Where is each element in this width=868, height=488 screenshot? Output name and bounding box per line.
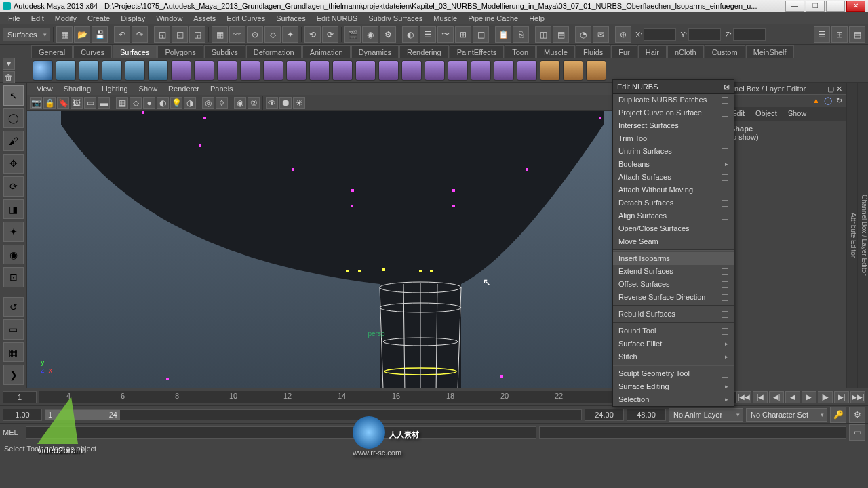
menu-edit[interactable]: Edit	[26, 12, 50, 24]
help-icon[interactable]: ◔	[575, 26, 591, 43]
shelf-tab-meinshelf[interactable]: MeinShelf	[746, 45, 794, 58]
menu-edit-curves[interactable]: Edit Curves	[221, 12, 271, 24]
ipr-render-icon[interactable]: ◉	[362, 26, 378, 43]
module-selector[interactable]: Surfaces	[3, 28, 50, 41]
four-view-layout[interactable]: ▦	[3, 342, 24, 363]
nurbs-cylinder-icon[interactable]	[79, 60, 99, 81]
lock-camera-icon[interactable]: 🔒	[43, 97, 56, 109]
start-frame-display[interactable]: 1	[3, 391, 37, 403]
attach-icon[interactable]	[471, 60, 491, 81]
option-box-icon[interactable]	[722, 123, 728, 129]
grid-toggle-icon[interactable]: ▦	[116, 97, 128, 109]
bevel-icon[interactable]	[332, 60, 353, 81]
snap-point-icon[interactable]: ⊙	[247, 26, 263, 43]
menu-pipeline-cache[interactable]: Pipeline Cache	[462, 12, 524, 24]
redo-icon[interactable]: ↷	[132, 26, 148, 43]
control-vertex[interactable]	[526, 168, 528, 171]
high-quality-icon[interactable]: ◉	[234, 97, 246, 109]
history-off-icon[interactable]: ⟳	[322, 26, 338, 43]
panel-menu-view[interactable]: View	[31, 83, 58, 95]
menu-item-detach-surfaces[interactable]: Detach Surfaces	[613, 197, 734, 209]
tool-settings-toggle-icon[interactable]: ⊞	[831, 26, 848, 43]
script-editor-button[interactable]: ▭	[849, 424, 865, 441]
menu-item-insert-isoparms[interactable]: Insert Isoparms	[613, 252, 734, 265]
hypershade-icon[interactable]: ◐	[402, 26, 418, 43]
nurbs-cone-icon[interactable]	[102, 60, 122, 81]
xray-icon[interactable]: ◊	[216, 97, 228, 109]
render-settings-icon[interactable]: ⚙	[380, 26, 396, 43]
textured-icon[interactable]: ◐	[157, 97, 169, 109]
script-editor-icon[interactable]: ❯	[3, 365, 24, 385]
play-forward-button[interactable]: ▶	[802, 391, 816, 403]
attribute-editor-toggle-icon[interactable]: ☰	[814, 26, 830, 43]
move-tool[interactable]: ✥	[3, 154, 24, 174]
shelf-tab-general[interactable]: General	[31, 45, 73, 58]
script-lang-label[interactable]: MEL	[3, 428, 23, 436]
intersect-icon[interactable]	[401, 60, 422, 81]
panel-menu-renderer[interactable]: Renderer	[163, 83, 205, 95]
undo-icon[interactable]: ↶	[114, 26, 130, 43]
panel-menu-lighting[interactable]: Lighting	[96, 83, 134, 95]
option-box-icon[interactable]	[722, 281, 728, 288]
extend-icon[interactable]	[563, 60, 583, 81]
menu-item-stitch[interactable]: Stitch▸	[613, 350, 734, 363]
panel-close-icon[interactable]: ▢ ✕	[827, 83, 842, 94]
snap-grid-icon[interactable]: ▦	[212, 26, 228, 43]
menu-help[interactable]: Help	[524, 12, 550, 24]
x-coord-input[interactable]	[644, 28, 676, 41]
menu-item-project-curve-on-surface[interactable]: Project Curve on Surface	[613, 106, 734, 119]
select-component-icon[interactable]: ◲	[189, 26, 205, 43]
character-set-dropdown[interactable]: No Character Set	[746, 408, 827, 422]
auto-key-icon[interactable]: 🔑	[830, 407, 846, 423]
menu-display[interactable]: Display	[115, 12, 151, 24]
menu-item-booleans[interactable]: Booleans▸	[613, 158, 734, 171]
channel-box-tab[interactable]: Channel Box / Layer Editor	[857, 83, 868, 388]
close-button[interactable]: ✕	[846, 1, 865, 12]
viewport2-icon[interactable]: ②	[248, 97, 260, 109]
single-perspective-layout[interactable]: ▭	[3, 319, 24, 340]
maximize-button[interactable]: ❐	[806, 1, 825, 12]
key-back-button[interactable]: ◀|	[769, 391, 784, 403]
control-vertex[interactable]	[292, 168, 294, 171]
menu-muscle[interactable]: Muscle	[428, 12, 462, 24]
range-end-input[interactable]: 24.00	[585, 409, 624, 421]
shelf-tab-rendering[interactable]: Rendering	[399, 45, 449, 58]
lights-icon[interactable]: 💡	[170, 97, 182, 109]
tearoff-close-icon[interactable]: ⊠	[724, 80, 730, 93]
nurbs-cube-icon[interactable]	[56, 60, 76, 81]
bookmark-icon[interactable]: 🔖	[57, 97, 69, 109]
boundary-icon[interactable]	[286, 60, 307, 81]
menu-item-offset-surfaces[interactable]: Offset Surfaces	[613, 278, 734, 291]
panel-menu-shading[interactable]: Shading	[58, 83, 96, 95]
universal-manip-tool[interactable]: ✦	[3, 222, 24, 242]
show-all-icon[interactable]: 👁	[266, 97, 278, 109]
option-box-icon[interactable]	[722, 174, 728, 181]
menu-item-duplicate-nurbs-patches[interactable]: Duplicate NURBS Patches	[613, 94, 734, 106]
shelf-tab-custom[interactable]: Custom	[705, 45, 745, 58]
sync-icon[interactable]: ↻	[836, 96, 842, 106]
select-tool[interactable]: ↖	[3, 85, 24, 106]
shadows-icon[interactable]: ◑	[184, 97, 196, 109]
image-plane-icon[interactable]: 🖼	[71, 97, 83, 109]
last-tool[interactable]: ↺	[3, 297, 24, 317]
shelf-tab-fluids[interactable]: Fluids	[576, 45, 610, 58]
gate-mask-icon[interactable]: ▭	[84, 97, 96, 109]
menu-item-selection[interactable]: Selection▸	[613, 393, 734, 406]
extrude-surface-icon[interactable]	[240, 60, 260, 81]
control-vertex-selected[interactable]	[358, 270, 361, 272]
show-manip-tool[interactable]: ⊡	[3, 267, 24, 287]
menu-item-surface-editing[interactable]: Surface Editing▸	[613, 380, 734, 393]
menu-item-surface-fillet[interactable]: Surface Fillet▸	[613, 338, 734, 350]
menu-item-reverse-surface-direction[interactable]: Reverse Surface Direction	[613, 291, 734, 304]
isolate-select-icon[interactable]: ◎	[202, 97, 214, 109]
wireframe-icon[interactable]: ◇	[130, 97, 142, 109]
option-box-icon[interactable]	[722, 328, 728, 335]
paint-select-tool[interactable]: 🖌	[3, 131, 24, 151]
tab-object[interactable]: Object	[750, 107, 783, 121]
lasso-tool[interactable]: ◯	[3, 108, 24, 129]
menu-item-intersect-surfaces[interactable]: Intersect Surfaces	[613, 119, 734, 132]
render-frame-icon[interactable]: 🎬	[344, 26, 361, 43]
go-to-end-button[interactable]: ▶▶|	[850, 391, 865, 403]
z-coord-input[interactable]	[733, 28, 766, 41]
range-start-input[interactable]: 1.00	[3, 409, 42, 421]
